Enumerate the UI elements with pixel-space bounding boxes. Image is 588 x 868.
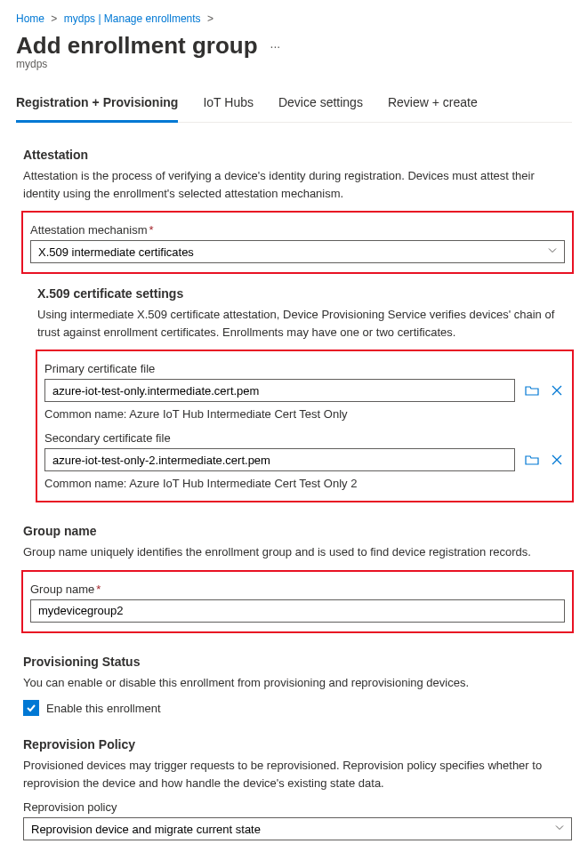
group-name-input[interactable] (30, 599, 565, 623)
section-reprovision-policy: Reprovision Policy Provisioned devices m… (16, 737, 572, 840)
reprovision-desc: Provisioned devices may trigger requests… (23, 757, 572, 792)
group-name-heading: Group name (23, 524, 572, 538)
secondary-cert-common-name: Common name: Azure IoT Hub Intermediate … (44, 477, 565, 490)
section-x509-settings: X.509 certificate settings Using interme… (37, 286, 572, 502)
reprovision-policy-select[interactable] (23, 817, 572, 840)
reprovision-heading: Reprovision Policy (23, 737, 572, 751)
primary-cert-input[interactable] (44, 379, 515, 402)
more-actions-icon[interactable]: ··· (270, 39, 281, 53)
breadcrumb: Home > mydps | Manage enrollments > (16, 9, 572, 32)
attestation-heading: Attestation (23, 148, 572, 162)
chevron-right-icon: > (51, 12, 57, 25)
secondary-cert-input[interactable] (44, 448, 515, 471)
tab-iot-hubs[interactable]: IoT Hubs (203, 86, 254, 123)
provisioning-heading: Provisioning Status (23, 655, 572, 669)
provisioning-desc: You can enable or disable this enrollmen… (23, 674, 572, 692)
close-icon[interactable] (549, 382, 565, 398)
attestation-mechanism-label: Attestation mechanism* (30, 223, 565, 237)
x509-desc: Using intermediate X.509 certificate att… (37, 306, 572, 341)
page-title: Add enrollment group (16, 32, 258, 60)
enable-enrollment-label: Enable this enrollment (46, 702, 161, 715)
close-icon[interactable] (549, 452, 565, 468)
primary-cert-common-name: Common name: Azure IoT Hub Intermediate … (44, 407, 565, 421)
group-name-desc: Group name uniquely identifies the enrol… (23, 543, 572, 561)
tab-review-create[interactable]: Review + create (388, 86, 478, 123)
group-name-label: Group name* (30, 583, 565, 596)
secondary-cert-label: Secondary certificate file (44, 431, 565, 445)
section-attestation: Attestation Attestation is the process o… (16, 148, 572, 502)
attestation-desc: Attestation is the process of verifying … (23, 167, 572, 202)
highlight-attestation-mechanism: Attestation mechanism* (21, 211, 574, 274)
folder-icon[interactable] (524, 452, 540, 468)
tabs: Registration + Provisioning IoT Hubs Dev… (16, 86, 572, 123)
page-subtitle: mydps (16, 58, 572, 70)
tab-registration-provisioning[interactable]: Registration + Provisioning (16, 86, 178, 123)
chevron-right-icon: > (207, 12, 213, 25)
folder-icon[interactable] (524, 382, 540, 398)
tab-device-settings[interactable]: Device settings (278, 86, 363, 123)
breadcrumb-home[interactable]: Home (16, 12, 44, 25)
highlight-group-name: Group name* (21, 570, 574, 633)
highlight-certificate-files: Primary certificate file Common name: Az… (36, 350, 574, 502)
reprovision-policy-label: Reprovision policy (23, 800, 572, 814)
attestation-mechanism-select[interactable] (30, 240, 565, 263)
enable-enrollment-checkbox[interactable] (23, 700, 39, 716)
section-group-name: Group name Group name uniquely identifie… (16, 524, 572, 633)
primary-cert-label: Primary certificate file (44, 362, 565, 375)
breadcrumb-mydps[interactable]: mydps | Manage enrollments (64, 12, 201, 25)
x509-heading: X.509 certificate settings (37, 286, 572, 301)
section-provisioning-status: Provisioning Status You can enable or di… (16, 655, 572, 717)
